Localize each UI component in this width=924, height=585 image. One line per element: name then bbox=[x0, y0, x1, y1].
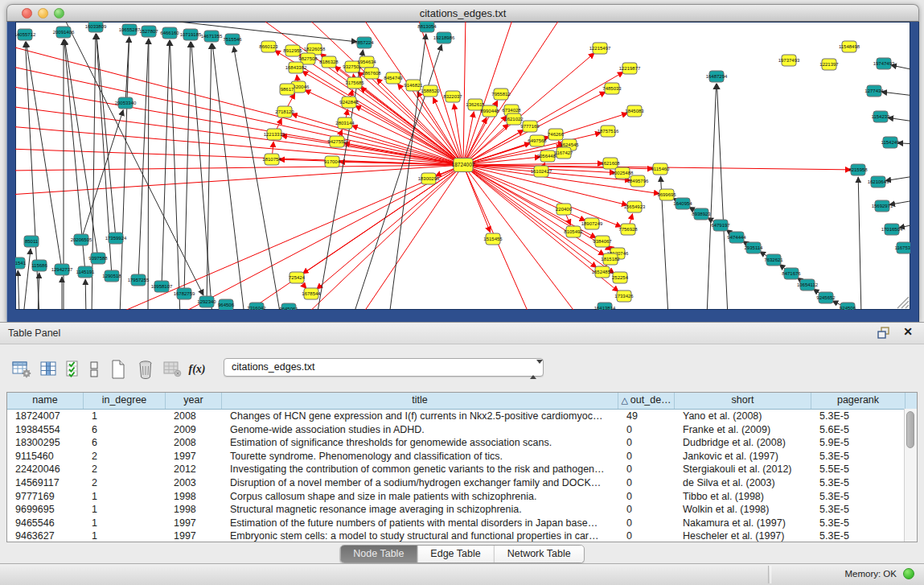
graph-node[interactable]: 20206505 bbox=[71, 234, 92, 245]
graph-edge[interactable] bbox=[463, 165, 578, 310]
graph-node[interactable]: 18907249 bbox=[581, 218, 603, 229]
cell-title[interactable]: Changes of HCN gene expression and I(f) … bbox=[222, 410, 618, 423]
graph-node[interactable]: 1954634 bbox=[357, 56, 376, 68]
graph-edge[interactable] bbox=[176, 165, 463, 310]
column-header-out_degree[interactable]: △out_de… bbox=[618, 393, 675, 409]
graph-edge[interactable] bbox=[120, 37, 129, 310]
cell-name[interactable]: 9777169 bbox=[7, 490, 84, 504]
graph-node[interactable]: 10655287 bbox=[119, 24, 141, 35]
cell-year[interactable]: 2009 bbox=[166, 423, 222, 437]
graph-node[interactable]: 8660123 bbox=[259, 41, 278, 52]
graph-node[interactable]: 7632621 bbox=[764, 254, 783, 266]
graph-edge[interactable] bbox=[138, 39, 149, 280]
graph-node[interactable]: 917004 bbox=[324, 156, 341, 167]
cell-year[interactable]: 1997 bbox=[166, 529, 222, 542]
graph-node[interactable]: 8912955 bbox=[283, 45, 302, 56]
graph-node[interactable]: 1810754 bbox=[262, 154, 281, 165]
graph-node[interactable]: 7485033 bbox=[602, 83, 622, 94]
graph-node[interactable]: 1815182 bbox=[601, 253, 620, 265]
table-settings-icon[interactable] bbox=[10, 358, 34, 381]
graph-node[interactable]: 12942737 bbox=[51, 264, 73, 275]
cell-title[interactable]: Investigating the contribution of common… bbox=[222, 463, 618, 476]
graph-node[interactable]: 1167534 bbox=[895, 242, 910, 253]
graph-node[interactable]: 6466160 bbox=[160, 27, 179, 39]
table-row[interactable]: 977716911998Corpus callosum shape and si… bbox=[7, 490, 917, 504]
cell-name[interactable]: 14569117 bbox=[7, 476, 84, 490]
graph-node[interactable]: 1640954 bbox=[673, 198, 692, 209]
table-row[interactable]: 911546021997Tourette syndrome. Phenomeno… bbox=[7, 450, 917, 463]
graph-edge[interactable] bbox=[463, 165, 604, 255]
graph-edge[interactable] bbox=[317, 165, 463, 289]
cell-short[interactable]: Jankovic et al. (1997) bbox=[675, 450, 811, 463]
graph-node[interactable]: 746266 bbox=[548, 129, 565, 140]
resize-grip[interactable] bbox=[895, 295, 910, 309]
graph-node[interactable]: 924506 bbox=[840, 303, 856, 310]
graph-node[interactable]: 252254 bbox=[612, 272, 629, 283]
graph-node[interactable]: 19218986 bbox=[433, 32, 455, 43]
cell-short[interactable]: Hescheler et al. (1997) bbox=[675, 529, 811, 542]
close-panel-icon[interactable]: ✕ bbox=[903, 325, 913, 338]
graph-node[interactable]: 15654923 bbox=[624, 201, 646, 212]
graph-edge[interactable] bbox=[212, 43, 244, 310]
graph-node[interactable]: 7756928 bbox=[618, 224, 638, 235]
graph-node[interactable]: 8215958 bbox=[848, 164, 868, 175]
graph-node[interactable]: 1588520 bbox=[421, 85, 440, 97]
graph-node[interactable]: 9115460 bbox=[651, 163, 671, 175]
cell-out_degree[interactable]: 0 bbox=[618, 529, 675, 542]
graph-node[interactable]: 9245652 bbox=[816, 292, 836, 303]
tab-network-table[interactable]: Network Table bbox=[495, 546, 584, 562]
graph-node[interactable]: 8938923 bbox=[692, 208, 711, 220]
graph-edge[interactable] bbox=[15, 126, 463, 165]
function-builder-icon[interactable]: f(x) bbox=[188, 358, 206, 381]
cell-pagerank[interactable]: 5.3E-5 bbox=[811, 529, 906, 542]
cell-short[interactable]: Tibbo et al. (1998) bbox=[675, 490, 811, 504]
graph-node[interactable]: 20091406 bbox=[53, 27, 75, 38]
cell-name[interactable]: 9699695 bbox=[7, 503, 84, 517]
graph-node[interactable]: 391541 bbox=[15, 257, 27, 269]
graph-edge[interactable] bbox=[170, 40, 180, 310]
graph-node[interactable]: 16033809 bbox=[85, 22, 107, 32]
graph-node[interactable]: 18724007 bbox=[452, 159, 475, 172]
graph-node[interactable]: 16102427 bbox=[531, 166, 552, 177]
graph-node[interactable]: 8105492 bbox=[564, 226, 583, 237]
graph-edge[interactable] bbox=[97, 34, 116, 238]
graph-node[interactable]: 1145191 bbox=[76, 266, 96, 278]
cell-name[interactable]: 18300295 bbox=[7, 436, 84, 450]
cell-out_degree[interactable]: 0 bbox=[618, 463, 675, 476]
cell-name[interactable]: 9465546 bbox=[7, 517, 84, 530]
cell-title[interactable]: Estimation of the future numbers of pati… bbox=[222, 517, 618, 530]
graph-node[interactable]: 16210643 bbox=[868, 176, 889, 187]
delete-table-icon[interactable] bbox=[133, 358, 158, 381]
column-header-short[interactable]: short bbox=[675, 393, 811, 409]
graph-node[interactable]: 1678544 bbox=[302, 288, 321, 299]
cell-title[interactable]: Corpus callosum shape and size in male p… bbox=[222, 490, 618, 504]
cell-in_degree[interactable]: 1 bbox=[84, 517, 166, 530]
cell-year[interactable]: 1998 bbox=[166, 503, 222, 517]
table-row[interactable]: 1456911722003Disruption of a novel membe… bbox=[7, 476, 917, 490]
graph-node[interactable]: 1515455 bbox=[483, 233, 503, 245]
cell-title[interactable]: Embryonic stem cells: a model to study s… bbox=[222, 529, 618, 542]
graph-node[interactable]: 8990448 bbox=[480, 105, 499, 117]
graph-node[interactable]: 1167427 bbox=[555, 147, 574, 159]
row-height-icon[interactable] bbox=[85, 358, 103, 381]
graph-node[interactable]: 1221397 bbox=[819, 59, 839, 70]
graph-node[interactable]: 10719185 bbox=[180, 29, 202, 40]
graph-node[interactable]: 2867608 bbox=[362, 68, 381, 79]
graph-node[interactable]: 1527807 bbox=[139, 26, 158, 37]
cell-year[interactable]: 1998 bbox=[166, 490, 222, 504]
cell-short[interactable]: Yano et al. (2008) bbox=[675, 410, 811, 423]
cell-out_degree[interactable]: 49 bbox=[618, 410, 675, 423]
graph-node[interactable]: 8454749 bbox=[384, 72, 403, 84]
graph-edge[interactable] bbox=[881, 92, 910, 96]
cell-short[interactable]: Stergiakouli et al. (2012) bbox=[675, 463, 811, 476]
graph-node[interactable]: 9699695 bbox=[657, 189, 676, 200]
graph-node[interactable]: 17957255 bbox=[128, 274, 150, 286]
graph-edge[interactable] bbox=[858, 177, 861, 310]
cell-in_degree[interactable]: 2 bbox=[84, 450, 166, 463]
cell-out_degree[interactable]: 0 bbox=[618, 503, 675, 517]
graph-node[interactable]: 7515546 bbox=[223, 34, 242, 45]
tab-node-table[interactable]: Node Table bbox=[340, 546, 417, 562]
cell-out_degree[interactable]: 0 bbox=[618, 450, 675, 463]
graph-node[interactable]: 9384067 bbox=[593, 236, 612, 247]
graph-node[interactable]: 8471676 bbox=[782, 268, 801, 279]
